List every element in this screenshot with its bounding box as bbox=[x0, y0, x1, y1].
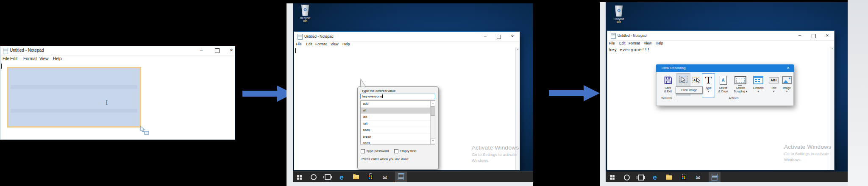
taskbar-mail-button[interactable]: ✉ bbox=[693, 172, 704, 182]
close-button[interactable]: ✕ bbox=[509, 34, 515, 39]
cortana-icon bbox=[624, 175, 630, 180]
element-button[interactable]: Element ▾ bbox=[750, 74, 766, 95]
start-icon bbox=[610, 175, 615, 180]
taskbar-store-button[interactable] bbox=[365, 172, 376, 182]
list-item[interactable]: ralt bbox=[361, 121, 435, 128]
list-item[interactable]: break bbox=[361, 134, 435, 141]
taskbar-store-button[interactable] bbox=[678, 172, 689, 182]
panel3-taskbar[interactable]: e ✉ bbox=[606, 172, 848, 182]
maximize-button[interactable] bbox=[497, 35, 501, 39]
scroll-up-icon[interactable]: ▲ bbox=[431, 101, 435, 107]
text-label: Text bbox=[771, 86, 776, 90]
list-item[interactable]: add bbox=[361, 101, 435, 108]
select-copy-icon: A bbox=[720, 76, 727, 85]
screen-scraping-icon bbox=[734, 76, 746, 84]
scrollbar-thumb[interactable] bbox=[431, 106, 435, 116]
window-title: Untitled - Notepad bbox=[304, 34, 334, 39]
scroll-up-icon[interactable]: ▴ bbox=[517, 48, 518, 50]
screen-scraping-button[interactable]: Screen Scraping ▾ bbox=[732, 74, 749, 95]
notepad-scrollbar[interactable]: ▴ bbox=[830, 47, 834, 170]
taskbar-task-view-button[interactable] bbox=[322, 172, 333, 182]
menu-help[interactable]: Help bbox=[53, 56, 62, 61]
list-item[interactable]: lalt bbox=[361, 114, 435, 121]
image-button[interactable]: Image ▾ bbox=[781, 74, 793, 95]
menu-format[interactable]: Format bbox=[629, 41, 640, 45]
save-exit-button[interactable]: Save & Exit bbox=[661, 74, 675, 95]
list-item[interactable]: caps bbox=[361, 140, 435, 144]
menu-edit[interactable]: Edit bbox=[306, 42, 312, 46]
taskbar-start-button[interactable] bbox=[294, 172, 305, 182]
menu-help[interactable]: Help bbox=[656, 41, 663, 45]
select-copy-label-1: Select bbox=[719, 86, 727, 90]
close-button[interactable]: ✕ bbox=[228, 48, 235, 53]
taskbar-mail-button[interactable]: ✉ bbox=[379, 172, 390, 182]
text-button[interactable]: ABI Text ▾ bbox=[767, 74, 780, 95]
menu-view[interactable]: View bbox=[39, 56, 49, 61]
dropdown-icon: ▾ bbox=[773, 90, 774, 93]
minimize-button[interactable]: – bbox=[797, 32, 803, 37]
taskbar-edge-button[interactable]: e bbox=[649, 172, 660, 182]
recycle-bin[interactable]: ♻ Recycle Bin bbox=[298, 5, 312, 22]
citrix-close-button[interactable]: ✕ bbox=[787, 66, 790, 70]
panel3-desktop[interactable]: ♻ Recycle Bin Untitled - Notepad – ✕ Fil… bbox=[606, 2, 848, 182]
mail-icon: ✉ bbox=[696, 175, 701, 180]
key-options-listbox[interactable]: add alt lalt ralt back break caps ▲ ▼ bbox=[360, 100, 435, 144]
list-item[interactable]: back bbox=[361, 127, 435, 134]
list-scrollbar[interactable]: ▲ ▼ bbox=[430, 101, 435, 144]
type-button[interactable]: T Type ▾ bbox=[702, 73, 715, 97]
taskbar-start-button[interactable] bbox=[606, 172, 618, 182]
taskbar-notepad-button-active[interactable] bbox=[709, 172, 721, 182]
microsoft-logo-icon bbox=[369, 175, 372, 179]
citrix-toolbar-body: Save & Exit Image bbox=[656, 72, 794, 106]
close-button[interactable]: ✕ bbox=[824, 33, 830, 38]
menu-help[interactable]: Help bbox=[342, 42, 350, 46]
empty-field-checkbox[interactable] bbox=[394, 149, 398, 153]
actions-group-label: Actions bbox=[676, 97, 791, 100]
panel1-edit-area[interactable]: I bbox=[0, 62, 235, 139]
taskbar-edge-button[interactable]: e bbox=[336, 172, 347, 182]
menu-view[interactable]: View bbox=[331, 42, 338, 46]
panel2-desktop[interactable]: ♻ Recycle Bin Untitled - Notepad – ✕ Fil… bbox=[293, 3, 533, 182]
maximize-button[interactable] bbox=[812, 34, 816, 38]
menu-edit[interactable]: Edit bbox=[619, 41, 626, 45]
type-password-checkbox[interactable] bbox=[361, 149, 365, 153]
taskbar-file-explorer-button[interactable] bbox=[351, 172, 362, 182]
panel1-titlebar[interactable]: Untitled - Notepad – ✕ bbox=[0, 46, 235, 56]
menu-format[interactable]: Format bbox=[23, 56, 37, 61]
minimize-button[interactable]: – bbox=[482, 33, 488, 38]
menu-format[interactable]: Format bbox=[315, 42, 327, 46]
select-copy-button[interactable]: A Select & Copy bbox=[715, 74, 731, 95]
taskbar-notepad-button-active[interactable] bbox=[395, 172, 407, 182]
menu-view[interactable]: View bbox=[644, 41, 651, 45]
save-exit-label-2: & Exit bbox=[664, 90, 672, 93]
minimize-button[interactable]: – bbox=[198, 47, 205, 53]
activate-windows-watermark: Activate Windows bbox=[472, 144, 519, 151]
scroll-up-icon[interactable]: ▴ bbox=[832, 47, 833, 50]
scroll-down-icon[interactable]: ▼ bbox=[431, 138, 435, 144]
file-explorer-icon bbox=[353, 175, 359, 179]
task-view-icon bbox=[325, 174, 331, 180]
citrix-titlebar[interactable]: Citrix Recording ✕ bbox=[656, 64, 794, 72]
menu-file[interactable]: File bbox=[609, 41, 615, 45]
taskbar-task-view-button[interactable] bbox=[635, 172, 646, 182]
maximize-button[interactable] bbox=[215, 48, 220, 53]
notepad-app-icon bbox=[3, 48, 8, 54]
recycle-bin[interactable]: ♻ Recycle Bin bbox=[612, 6, 626, 23]
panel2-titlebar[interactable]: Untitled - Notepad – ✕ bbox=[294, 32, 520, 42]
menu-edit[interactable]: Edit bbox=[10, 56, 17, 61]
panel3-titlebar[interactable]: Untitled - Notepad – ✕ bbox=[607, 31, 834, 41]
taskbar-cortana-button[interactable] bbox=[621, 172, 632, 182]
type-T-icon: T bbox=[705, 74, 712, 86]
ghost-text-row bbox=[11, 85, 137, 89]
taskbar-cortana-button[interactable] bbox=[308, 172, 319, 182]
taskbar-file-explorer-button[interactable] bbox=[664, 172, 675, 182]
notepad-scrollbar[interactable]: ▴ bbox=[515, 47, 520, 170]
value-input[interactable]: hey everyone bbox=[360, 94, 435, 99]
empty-field-label: Empty field bbox=[400, 149, 417, 153]
panel2-taskbar[interactable]: e ✉ bbox=[293, 171, 533, 182]
list-item-selected[interactable]: alt bbox=[361, 108, 435, 114]
menu-file[interactable]: File bbox=[296, 42, 302, 46]
capture-selection-region[interactable] bbox=[7, 67, 141, 128]
menu-file[interactable]: File bbox=[3, 56, 9, 61]
type-password-label: Type password bbox=[366, 149, 389, 153]
